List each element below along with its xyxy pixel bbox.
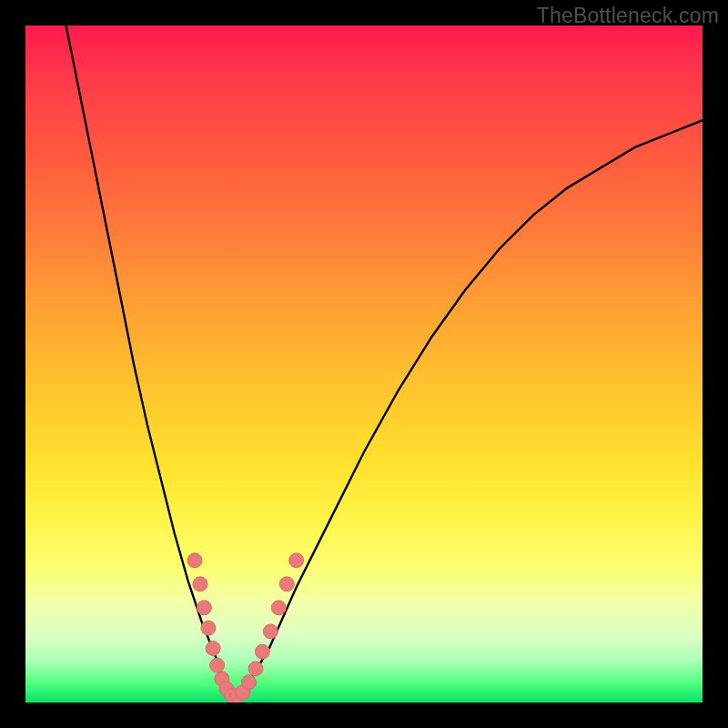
data-marker [255, 644, 269, 659]
curve-right-branch [236, 120, 703, 703]
watermark-text: TheBottleneck.com [537, 4, 719, 28]
data-marker [201, 621, 216, 635]
plot-area [25, 25, 703, 703]
data-marker [193, 577, 207, 592]
chart-svg [25, 25, 703, 703]
outer-frame: TheBottleneck.com [0, 0, 728, 728]
data-marker [279, 577, 294, 592]
curve-left-branch [66, 25, 236, 703]
data-marker [242, 675, 257, 690]
data-marker [248, 662, 263, 676]
data-marker [271, 601, 286, 615]
data-marker [206, 642, 220, 656]
data-marker [289, 553, 304, 568]
marker-group [187, 553, 304, 703]
data-marker [210, 658, 225, 672]
data-marker [187, 553, 202, 568]
data-marker [263, 624, 278, 639]
data-marker [197, 601, 211, 615]
